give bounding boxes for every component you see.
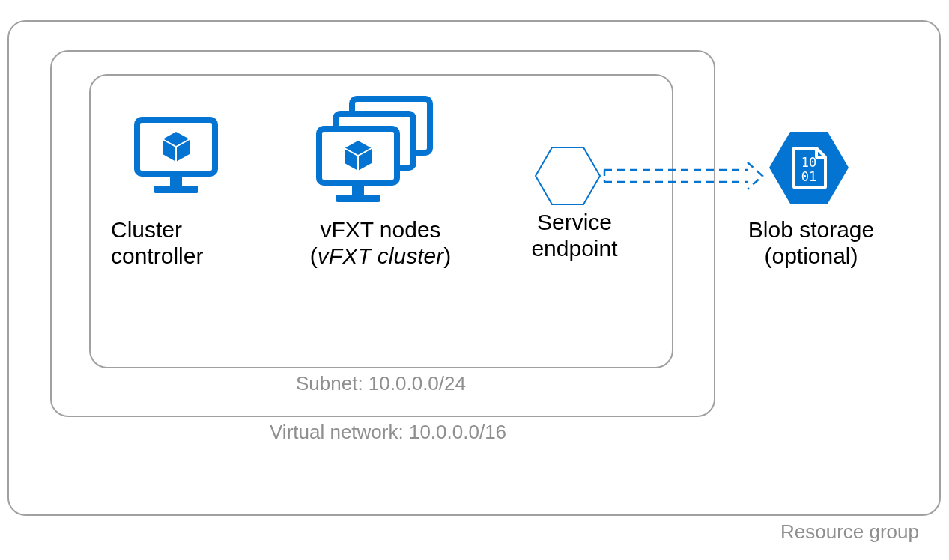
blob-storage-line2: (optional) bbox=[764, 243, 858, 268]
resource-group-label: Resource group bbox=[780, 520, 919, 544]
service-endpoint-line1: Service bbox=[537, 210, 612, 234]
cluster-controller-label: Cluster controller bbox=[111, 217, 242, 269]
blob-storage-label: Blob storage (optional) bbox=[740, 217, 882, 269]
blob-binary-top: 10 bbox=[801, 155, 816, 170]
cluster-controller-icon bbox=[131, 111, 221, 201]
vfxt-nodes-icon bbox=[313, 90, 440, 205]
cluster-controller-line1: Cluster bbox=[111, 217, 182, 242]
vfxt-nodes-line2-italic: vFXT cluster bbox=[318, 243, 443, 268]
vfxt-nodes-label: vFXT nodes (vFXT cluster) bbox=[294, 217, 467, 269]
vfxt-nodes-line2-open: ( bbox=[310, 243, 318, 268]
svg-rect-8 bbox=[352, 183, 364, 195]
svg-marker-12 bbox=[536, 147, 600, 204]
vfxt-nodes-line2-close: ) bbox=[443, 243, 451, 268]
blob-storage-line1: Blob storage bbox=[748, 217, 874, 242]
vfxt-nodes-line1: vFXT nodes bbox=[320, 217, 440, 242]
cluster-controller-line2: controller bbox=[111, 243, 203, 268]
virtual-network-label: Virtual network: 10.0.0.0/16 bbox=[270, 421, 506, 444]
service-endpoint-line2: endpoint bbox=[531, 236, 617, 261]
svg-rect-9 bbox=[336, 195, 380, 202]
blob-binary-bottom: 01 bbox=[801, 169, 816, 184]
subnet-label: Subnet: 10.0.0.0/24 bbox=[296, 372, 466, 395]
blob-storage-icon: 10 01 bbox=[768, 130, 850, 205]
svg-rect-1 bbox=[170, 174, 182, 186]
connection-arrow bbox=[601, 161, 766, 191]
service-endpoint-icon bbox=[534, 146, 601, 206]
svg-rect-2 bbox=[154, 186, 198, 193]
service-endpoint-label: Service endpoint bbox=[511, 210, 638, 261]
